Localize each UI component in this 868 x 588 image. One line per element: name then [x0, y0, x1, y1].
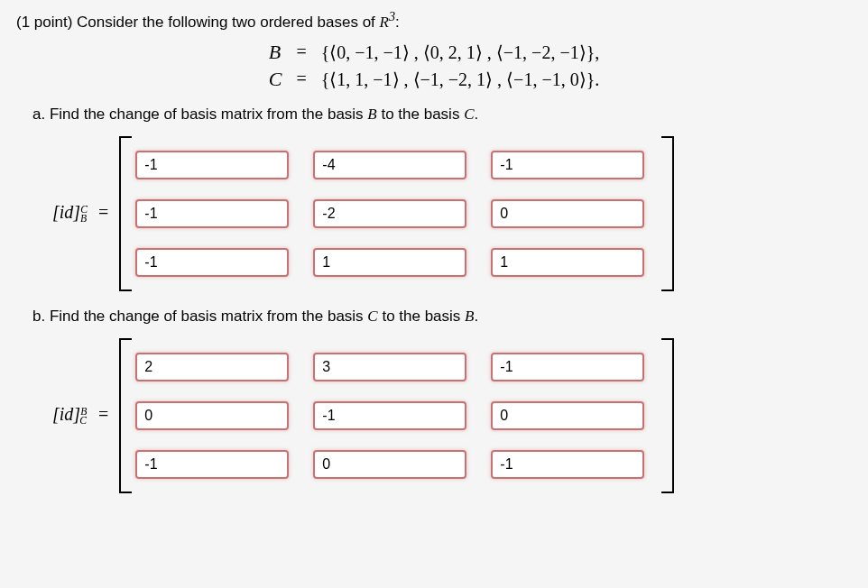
matrix-a-cell-0-1[interactable]: [313, 151, 466, 179]
matrix-b-cell-2-2[interactable]: [491, 450, 644, 479]
equals-sign: =: [289, 39, 313, 66]
matrix-b-cell-2-1[interactable]: [313, 450, 466, 479]
matrix-b-cell-0-0[interactable]: [135, 353, 289, 381]
matrix-a-cell-0-2[interactable]: [491, 151, 644, 179]
basis-C-set: {⟨1, 1, −1⟩ , ⟨−1, −2, 1⟩ , ⟨−1, −1, 0⟩}…: [314, 66, 607, 93]
part-b-text: b. Find the change of basis matrix from …: [32, 308, 852, 326]
matrix-a-cell-1-2[interactable]: [491, 199, 644, 228]
matrix-b-grid: [132, 338, 661, 493]
matrix-a-cell-1-0[interactable]: [135, 199, 289, 228]
left-bracket-icon: [119, 338, 132, 493]
left-bracket-icon: [119, 136, 132, 291]
matrix-b-container: [id]BC =: [52, 338, 852, 493]
matrix-a-cell-2-0[interactable]: [135, 248, 289, 277]
matrix-b-cell-1-2[interactable]: [491, 401, 644, 430]
matrix-a-label: [id]CB =: [52, 202, 108, 225]
bases-definition: B = {⟨0, −1, −1⟩ , ⟨0, 2, 1⟩ , ⟨−1, −2, …: [16, 39, 852, 93]
matrix-a-cell-0-0[interactable]: [135, 151, 289, 179]
space-symbol: R3: [380, 14, 395, 31]
part-a-text: a. Find the change of basis matrix from …: [32, 106, 852, 124]
matrix-a-cell-2-1[interactable]: [313, 248, 466, 277]
right-bracket-icon: [661, 136, 674, 291]
intro-text: (1 point) Consider the following two ord…: [16, 14, 380, 31]
matrix-b-cell-0-2[interactable]: [491, 353, 644, 381]
matrix-b-cell-1-1[interactable]: [313, 401, 466, 430]
basis-B-label: B: [262, 39, 290, 66]
matrix-a-container: [id]CB =: [52, 136, 852, 291]
problem-intro: (1 point) Consider the following two ord…: [16, 9, 852, 32]
matrix-a-grid: [132, 136, 661, 291]
basis-C-label: C: [262, 66, 290, 93]
matrix-b-cell-2-0[interactable]: [135, 450, 289, 479]
right-bracket-icon: [661, 338, 674, 493]
basis-B-set: {⟨0, −1, −1⟩ , ⟨0, 2, 1⟩ , ⟨−1, −2, −1⟩}…: [314, 39, 607, 66]
matrix-b-cell-1-0[interactable]: [135, 401, 289, 430]
matrix-b-cell-0-1[interactable]: [313, 353, 466, 381]
matrix-a-cell-1-1[interactable]: [313, 199, 466, 228]
matrix-b-label: [id]BC =: [52, 404, 108, 427]
equals-sign: =: [289, 66, 313, 93]
matrix-a-cell-2-2[interactable]: [491, 248, 644, 277]
